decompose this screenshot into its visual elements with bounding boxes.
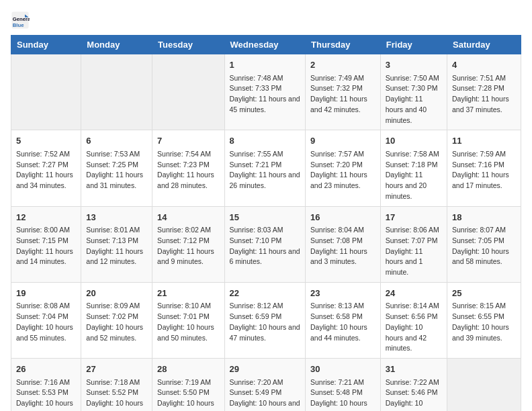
calendar-cell: 14Sunrise: 8:02 AM Sunset: 7:12 PM Dayli… (152, 206, 224, 282)
day-info: Sunrise: 8:07 AM Sunset: 7:05 PM Dayligh… (452, 225, 516, 267)
day-number: 27 (86, 363, 147, 376)
header-wednesday: Wednesday (224, 36, 305, 54)
day-number: 31 (386, 363, 442, 376)
day-number: 3 (386, 58, 442, 72)
calendar-cell: 30Sunrise: 7:21 AM Sunset: 5:48 PM Dayli… (306, 359, 381, 412)
calendar-cell: 9Sunrise: 7:57 AM Sunset: 7:20 PM Daylig… (306, 130, 381, 206)
day-number: 14 (157, 211, 219, 224)
calendar-cell: 26Sunrise: 7:16 AM Sunset: 5:53 PM Dayli… (11, 359, 81, 412)
page-header: General Blue (11, 11, 521, 30)
calendar-cell: 15Sunrise: 8:03 AM Sunset: 7:10 PM Dayli… (224, 206, 305, 282)
day-info: Sunrise: 7:50 AM Sunset: 7:30 PM Dayligh… (386, 73, 442, 126)
calendar-cell: 31Sunrise: 7:22 AM Sunset: 5:46 PM Dayli… (380, 359, 447, 412)
day-info: Sunrise: 8:15 AM Sunset: 6:55 PM Dayligh… (452, 301, 516, 343)
day-info: Sunrise: 7:19 AM Sunset: 5:50 PM Dayligh… (157, 377, 219, 412)
logo: General Blue (11, 11, 32, 30)
header-sunday: Sunday (11, 36, 81, 54)
day-number: 19 (16, 287, 76, 300)
day-number: 21 (157, 287, 219, 300)
day-info: Sunrise: 8:14 AM Sunset: 6:56 PM Dayligh… (386, 301, 442, 354)
header-thursday: Thursday (306, 36, 381, 54)
day-number: 12 (16, 211, 76, 224)
calendar-cell: 18Sunrise: 8:07 AM Sunset: 7:05 PM Dayli… (447, 206, 521, 282)
calendar-cell: 11Sunrise: 7:59 AM Sunset: 7:16 PM Dayli… (447, 130, 521, 206)
header-tuesday: Tuesday (152, 36, 224, 54)
day-info: Sunrise: 7:20 AM Sunset: 5:49 PM Dayligh… (230, 377, 300, 412)
calendar-cell: 5Sunrise: 7:52 AM Sunset: 7:27 PM Daylig… (11, 130, 81, 206)
calendar-cell: 1Sunrise: 7:48 AM Sunset: 7:33 PM Daylig… (224, 54, 305, 130)
day-number: 25 (452, 287, 516, 300)
calendar-cell: 13Sunrise: 8:01 AM Sunset: 7:13 PM Dayli… (81, 206, 152, 282)
calendar-cell: 8Sunrise: 7:55 AM Sunset: 7:21 PM Daylig… (224, 130, 305, 206)
calendar-cell: 29Sunrise: 7:20 AM Sunset: 5:49 PM Dayli… (224, 359, 305, 412)
day-info: Sunrise: 7:58 AM Sunset: 7:18 PM Dayligh… (386, 149, 442, 202)
calendar-cell: 21Sunrise: 8:10 AM Sunset: 7:01 PM Dayli… (152, 282, 224, 358)
day-number: 5 (16, 134, 76, 148)
day-info: Sunrise: 7:57 AM Sunset: 7:20 PM Dayligh… (310, 149, 375, 191)
day-info: Sunrise: 8:09 AM Sunset: 7:02 PM Dayligh… (86, 301, 147, 343)
day-info: Sunrise: 7:22 AM Sunset: 5:46 PM Dayligh… (386, 377, 442, 412)
calendar-cell (447, 359, 521, 412)
calendar-cell: 10Sunrise: 7:58 AM Sunset: 7:18 PM Dayli… (380, 130, 447, 206)
day-info: Sunrise: 7:49 AM Sunset: 7:32 PM Dayligh… (310, 73, 375, 116)
day-info: Sunrise: 8:01 AM Sunset: 7:13 PM Dayligh… (86, 225, 147, 267)
logo-icon: General Blue (11, 11, 30, 30)
calendar-cell: 7Sunrise: 7:54 AM Sunset: 7:23 PM Daylig… (152, 130, 224, 206)
day-number: 9 (310, 134, 375, 148)
day-number: 13 (86, 211, 147, 224)
calendar-cell (81, 54, 152, 130)
day-number: 18 (452, 211, 516, 224)
day-info: Sunrise: 8:08 AM Sunset: 7:04 PM Dayligh… (16, 301, 76, 343)
day-number: 2 (310, 58, 375, 72)
day-number: 16 (310, 211, 375, 224)
day-info: Sunrise: 8:13 AM Sunset: 6:58 PM Dayligh… (310, 301, 375, 343)
calendar-week-1: 5Sunrise: 7:52 AM Sunset: 7:27 PM Daylig… (11, 130, 521, 206)
day-info: Sunrise: 7:18 AM Sunset: 5:52 PM Dayligh… (86, 377, 147, 412)
day-info: Sunrise: 7:52 AM Sunset: 7:27 PM Dayligh… (16, 149, 76, 191)
calendar-week-0: 1Sunrise: 7:48 AM Sunset: 7:33 PM Daylig… (11, 54, 521, 130)
day-info: Sunrise: 8:10 AM Sunset: 7:01 PM Dayligh… (157, 301, 219, 343)
day-info: Sunrise: 8:02 AM Sunset: 7:12 PM Dayligh… (157, 225, 219, 267)
day-info: Sunrise: 8:03 AM Sunset: 7:10 PM Dayligh… (230, 225, 300, 267)
calendar-cell: 6Sunrise: 7:53 AM Sunset: 7:25 PM Daylig… (81, 130, 152, 206)
day-info: Sunrise: 7:16 AM Sunset: 5:53 PM Dayligh… (16, 377, 76, 412)
calendar-cell: 20Sunrise: 8:09 AM Sunset: 7:02 PM Dayli… (81, 282, 152, 358)
header-monday: Monday (81, 36, 152, 54)
day-info: Sunrise: 7:55 AM Sunset: 7:21 PM Dayligh… (230, 149, 300, 191)
calendar-cell: 27Sunrise: 7:18 AM Sunset: 5:52 PM Dayli… (81, 359, 152, 412)
day-info: Sunrise: 7:48 AM Sunset: 7:33 PM Dayligh… (230, 73, 300, 116)
day-info: Sunrise: 7:51 AM Sunset: 7:28 PM Dayligh… (452, 73, 516, 116)
calendar-cell: 16Sunrise: 8:04 AM Sunset: 7:08 PM Dayli… (306, 206, 381, 282)
day-number: 7 (157, 134, 219, 148)
day-info: Sunrise: 7:54 AM Sunset: 7:23 PM Dayligh… (157, 149, 219, 191)
calendar-body: 1Sunrise: 7:48 AM Sunset: 7:33 PM Daylig… (11, 54, 521, 412)
calendar-week-4: 26Sunrise: 7:16 AM Sunset: 5:53 PM Dayli… (11, 359, 521, 412)
day-number: 22 (230, 287, 300, 300)
day-number: 30 (310, 363, 375, 376)
svg-text:Blue: Blue (13, 22, 24, 28)
day-number: 26 (16, 363, 76, 376)
header-row: SundayMondayTuesdayWednesdayThursdayFrid… (11, 36, 521, 54)
calendar-cell: 24Sunrise: 8:14 AM Sunset: 6:56 PM Dayli… (380, 282, 447, 358)
day-number: 17 (386, 211, 442, 224)
calendar-cell: 22Sunrise: 8:12 AM Sunset: 6:59 PM Dayli… (224, 282, 305, 358)
calendar-cell: 2Sunrise: 7:49 AM Sunset: 7:32 PM Daylig… (306, 54, 381, 130)
day-info: Sunrise: 7:21 AM Sunset: 5:48 PM Dayligh… (310, 377, 375, 412)
calendar-cell: 25Sunrise: 8:15 AM Sunset: 6:55 PM Dayli… (447, 282, 521, 358)
day-number: 4 (452, 58, 516, 72)
calendar-cell: 3Sunrise: 7:50 AM Sunset: 7:30 PM Daylig… (380, 54, 447, 130)
calendar-table: SundayMondayTuesdayWednesdayThursdayFrid… (11, 35, 521, 411)
day-number: 23 (310, 287, 375, 300)
calendar-week-3: 19Sunrise: 8:08 AM Sunset: 7:04 PM Dayli… (11, 282, 521, 358)
day-info: Sunrise: 7:53 AM Sunset: 7:25 PM Dayligh… (86, 149, 147, 191)
day-number: 20 (86, 287, 147, 300)
calendar-header: SundayMondayTuesdayWednesdayThursdayFrid… (11, 36, 521, 54)
day-number: 29 (230, 363, 300, 376)
calendar-cell: 4Sunrise: 7:51 AM Sunset: 7:28 PM Daylig… (447, 54, 521, 130)
calendar-cell: 23Sunrise: 8:13 AM Sunset: 6:58 PM Dayli… (306, 282, 381, 358)
calendar-cell (11, 54, 81, 130)
calendar-cell: 19Sunrise: 8:08 AM Sunset: 7:04 PM Dayli… (11, 282, 81, 358)
day-number: 10 (386, 134, 442, 148)
day-number: 8 (230, 134, 300, 148)
day-number: 24 (386, 287, 442, 300)
